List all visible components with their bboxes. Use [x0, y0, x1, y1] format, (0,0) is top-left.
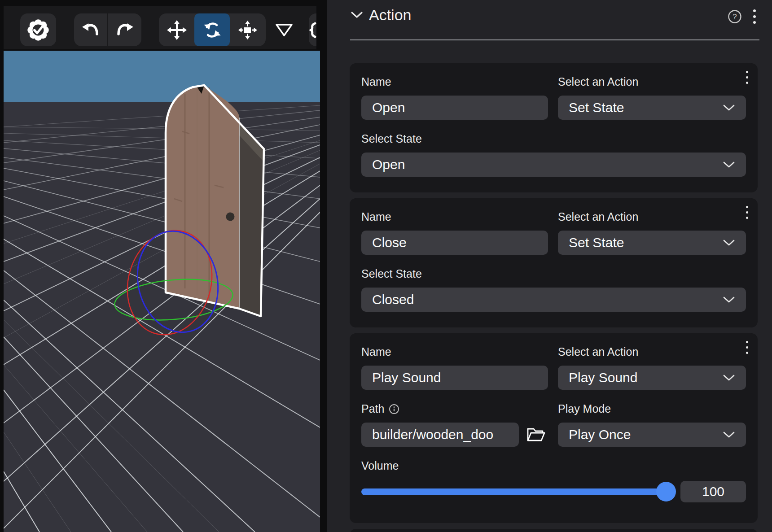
card-kebab-menu-icon[interactable]: [743, 339, 750, 355]
section-title: Action: [369, 6, 412, 24]
section-collapse-chevron-icon[interactable]: [351, 11, 363, 19]
info-icon[interactable]: [389, 404, 399, 414]
inspector-panel: Action ? Name Open Select an Action: [327, 0, 772, 532]
action-section-header: Action ?: [327, 0, 772, 40]
chevron-down-icon: [723, 431, 735, 438]
transform-tools-group: [159, 13, 266, 46]
chevron-down-icon: [723, 239, 735, 246]
scale-tool-button[interactable]: [230, 13, 265, 46]
action-type-dropdown[interactable]: Set State: [558, 231, 746, 255]
badge-check-icon: [26, 18, 50, 42]
move-tool-button[interactable]: [159, 13, 194, 46]
action-name-input[interactable]: Open: [361, 96, 548, 120]
select-action-label: Select an Action: [558, 345, 746, 358]
viewport-toolbar: [4, 6, 316, 49]
action-type-dropdown[interactable]: Set State: [558, 96, 746, 120]
select-state-label: Select State: [361, 132, 746, 145]
action-name-input[interactable]: Close: [361, 231, 548, 255]
clipped-toolbar-button[interactable]: [309, 13, 316, 46]
action-card-open: Name Open Select an Action Set State Sel…: [350, 63, 758, 192]
folder-open-icon[interactable]: [526, 425, 546, 445]
help-icon[interactable]: ?: [727, 9, 742, 24]
state-dropdown[interactable]: Open: [361, 153, 746, 177]
volume-slider-track[interactable]: [361, 488, 666, 495]
scale-icon: [237, 20, 258, 40]
undo-button[interactable]: [74, 13, 107, 46]
action-card-play-sound: Name Play Sound Select an Action Play So…: [350, 333, 758, 523]
triangle-down-icon: [275, 23, 294, 37]
move-icon: [167, 20, 187, 40]
volume-value-box[interactable]: 100: [680, 481, 746, 502]
path-label: Path: [361, 402, 384, 415]
action-card-partial: [350, 529, 758, 532]
play-mode-value: Play Once: [569, 427, 631, 442]
action-name-input[interactable]: Play Sound: [361, 366, 548, 390]
header-divider: [350, 39, 759, 40]
action-type-value: Set State: [569, 100, 624, 115]
redo-button[interactable]: [108, 13, 141, 46]
select-action-label: Select an Action: [558, 75, 746, 88]
name-label: Name: [361, 345, 548, 358]
state-value: Open: [372, 157, 405, 172]
card-kebab-menu-icon[interactable]: [743, 204, 750, 220]
chevron-down-icon: [723, 296, 735, 303]
sound-path-input[interactable]: builder/wooden_doo: [361, 423, 519, 447]
clipped-tool-icon: [309, 20, 316, 40]
volume-label: Volume: [361, 459, 746, 472]
history-button-group: [74, 13, 141, 46]
action-type-value: Set State: [569, 235, 624, 250]
play-mode-label: Play Mode: [558, 402, 746, 415]
action-type-value: Play Sound: [569, 370, 637, 385]
action-type-dropdown[interactable]: Play Sound: [558, 366, 746, 390]
rotate-tool-button[interactable]: [194, 13, 230, 46]
redo-icon: [114, 20, 135, 40]
section-kebab-menu-icon[interactable]: [750, 9, 759, 24]
chevron-down-icon: [723, 374, 735, 381]
rotate-icon: [202, 20, 223, 40]
name-label: Name: [361, 210, 548, 223]
3d-scene-canvas[interactable]: [4, 51, 320, 532]
chevron-down-icon: [723, 104, 735, 111]
volume-slider-knob[interactable]: [656, 482, 676, 501]
undo-icon: [80, 20, 101, 40]
chevron-down-icon: [723, 161, 735, 168]
badge-check-button[interactable]: [20, 13, 56, 46]
card-kebab-menu-icon[interactable]: [743, 69, 750, 85]
select-state-label: Select State: [361, 267, 746, 280]
play-mode-dropdown[interactable]: Play Once: [558, 423, 746, 447]
state-dropdown[interactable]: Closed: [361, 288, 746, 312]
name-label: Name: [361, 75, 548, 88]
svg-text:?: ?: [733, 13, 737, 21]
action-card-close: Name Close Select an Action Set State Se…: [350, 198, 758, 327]
volume-slider[interactable]: [361, 480, 666, 504]
state-value: Closed: [372, 292, 414, 307]
viewport-dropdown-toggle[interactable]: [269, 13, 299, 46]
select-action-label: Select an Action: [558, 210, 746, 223]
3d-viewport[interactable]: [0, 0, 320, 532]
